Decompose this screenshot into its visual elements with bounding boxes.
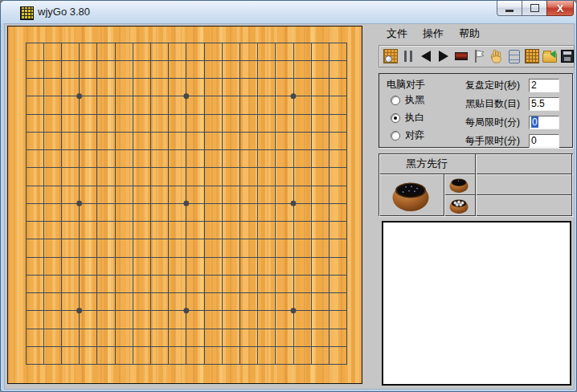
computer-opponent-label: 电脑对手	[387, 78, 425, 92]
move-time-limit-label: 每手限时(分)	[465, 134, 528, 148]
move-list-panel[interactable]	[382, 221, 571, 386]
title-bar: wjyGo 3.80 X	[1, 1, 576, 23]
menu-operation[interactable]: 操作	[423, 27, 444, 41]
toolbar	[379, 45, 575, 67]
step-forward-icon	[439, 51, 448, 62]
board-grid-icon	[525, 49, 539, 63]
app-logo-icon	[20, 6, 34, 20]
radio-match[interactable]: 对弈	[391, 129, 424, 142]
minimize-icon	[505, 10, 514, 12]
step-forward-button[interactable]	[436, 48, 452, 64]
radio-play-white-label: 执白	[405, 111, 424, 125]
open-file-button[interactable]	[542, 48, 558, 64]
minimize-button[interactable]	[497, 1, 522, 16]
radio-circle-checked[interactable]	[391, 113, 400, 123]
radio-circle[interactable]	[391, 131, 400, 141]
save-file-button[interactable]	[559, 48, 575, 64]
app-window: wjyGo 3.80 X 文件 操作 帮助	[0, 0, 577, 392]
pause-icon	[403, 51, 414, 62]
stop-button[interactable]	[453, 48, 469, 64]
pass-flag-button[interactable]	[471, 48, 487, 64]
step-back-icon	[421, 51, 431, 62]
black-stones-bowl-small	[448, 176, 469, 194]
close-button[interactable]: X	[546, 1, 574, 16]
new-game-button[interactable]	[383, 48, 399, 64]
board-setup-button[interactable]	[524, 48, 540, 64]
go-board-grid	[8, 27, 362, 383]
radio-play-white[interactable]: 执白	[391, 111, 424, 125]
status-table: 黑方先行	[379, 153, 573, 216]
turn-status-label: 黑方先行	[379, 154, 475, 174]
komi-input[interactable]: 5.5	[529, 97, 559, 111]
game-time-limit-label: 每局限时(分)	[465, 116, 528, 129]
window-title: wjyGo 3.80	[38, 1, 90, 22]
calculator-score-icon	[509, 50, 520, 63]
move-time-limit-input[interactable]: 0	[529, 134, 559, 148]
game-time-limit-input[interactable]: 0	[529, 116, 559, 129]
maximize-icon	[530, 4, 539, 12]
count-score-button[interactable]	[506, 48, 522, 64]
go-board[interactable]	[7, 26, 362, 384]
radio-play-black[interactable]: 执黑	[391, 93, 424, 107]
radio-play-black-label: 执黑	[405, 93, 424, 107]
radio-match-label: 对弈	[405, 129, 424, 142]
white-stones-bowl-small	[448, 197, 469, 214]
menu-bar: 文件 操作 帮助	[379, 27, 575, 42]
close-icon: X	[557, 2, 564, 15]
hand-move-button[interactable]	[489, 48, 505, 64]
save-floppy-icon	[561, 50, 574, 63]
black-stones-bowl-large	[391, 177, 431, 214]
menu-help[interactable]: 帮助	[459, 27, 480, 41]
maximize-button[interactable]	[522, 1, 547, 16]
stop-icon	[455, 52, 468, 60]
replay-timer-input[interactable]: 2	[529, 79, 559, 92]
settings-panel: 电脑对手 执黑 执白 对弈 复盘定时(秒) 2 黑贴目数(目) 5.5 每局限时…	[379, 73, 573, 148]
hand-move-icon	[489, 49, 504, 64]
replay-timer-label: 复盘定时(秒)	[465, 79, 528, 92]
radio-circle[interactable]	[391, 96, 400, 105]
menu-file[interactable]: 文件	[387, 27, 407, 41]
new-game-board-icon	[383, 49, 398, 63]
step-back-button[interactable]	[418, 48, 434, 64]
komi-label: 黑贴目数(目)	[465, 97, 528, 111]
pause-button[interactable]	[400, 48, 416, 64]
flag-pass-icon	[473, 49, 485, 63]
open-folder-icon	[542, 53, 557, 63]
